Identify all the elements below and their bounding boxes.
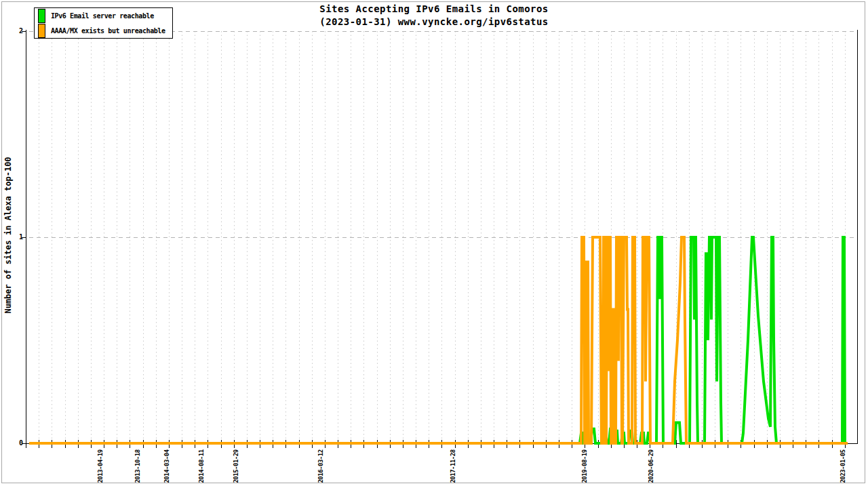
- chart-screenshot: Sites Accepting IPv6 Emails in Comoros (…: [0, 0, 868, 488]
- series-aaaa-unreachable: [29, 237, 848, 443]
- legend-label: IPv6 Email server reachable: [51, 12, 154, 20]
- legend-swatch-green-icon: [38, 9, 45, 23]
- series-ipv6-reachable: [29, 237, 848, 443]
- legend-label: AAAA/MX exists but unreachable: [51, 27, 165, 35]
- legend-swatch-orange-icon: [38, 24, 45, 38]
- legend-row-ipv6-reachable: IPv6 Email server reachable: [35, 8, 172, 23]
- legend-box: IPv6 Email server reachable AAAA/MX exis…: [34, 7, 173, 39]
- legend-row-aaaa-unreachable: AAAA/MX exists but unreachable: [35, 23, 172, 38]
- plot-area: [0, 0, 868, 488]
